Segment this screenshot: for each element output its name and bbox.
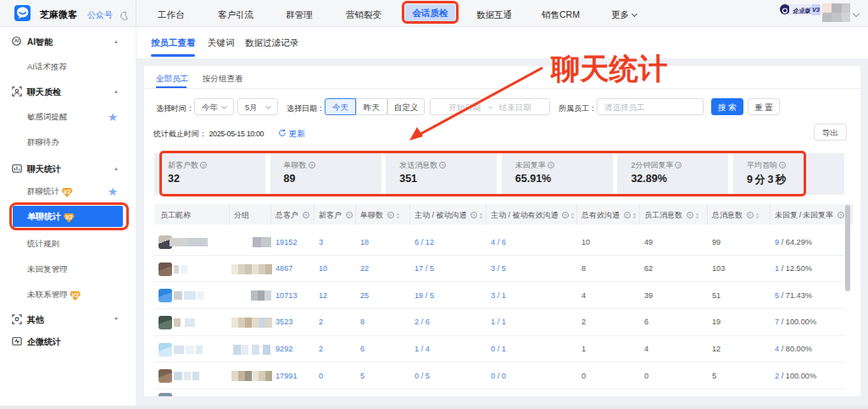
svg-text:AI: AI xyxy=(14,38,19,43)
